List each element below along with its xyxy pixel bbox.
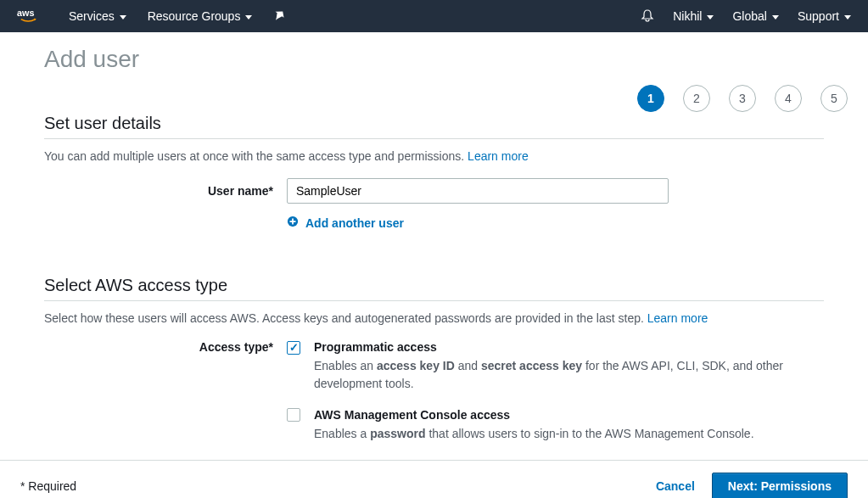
- section-access-title: Select AWS access type: [44, 276, 824, 295]
- option-body: AWS Management Console access Enables a …: [314, 408, 806, 443]
- section-details-title: Set user details: [44, 114, 824, 133]
- footer: * Required Cancel Next: Permissions: [0, 460, 868, 498]
- next-permissions-button[interactable]: Next: Permissions: [712, 473, 848, 498]
- step-4[interactable]: 4: [775, 85, 802, 112]
- cancel-button[interactable]: Cancel: [656, 479, 695, 493]
- top-navigation: aws Services Resource Groups Nikhil Glob…: [0, 0, 868, 32]
- support-menu[interactable]: Support: [798, 9, 851, 23]
- option-desc: Enables a password that allows users to …: [314, 425, 806, 443]
- console-access-checkbox[interactable]: [287, 408, 300, 422]
- step-5[interactable]: 5: [820, 85, 848, 112]
- chevron-down-icon: [707, 9, 714, 23]
- services-label: Services: [69, 9, 115, 23]
- account-label: Nikhil: [673, 9, 702, 23]
- required-note: * Required: [20, 479, 76, 493]
- option-title: AWS Management Console access: [314, 408, 806, 422]
- chevron-down-icon: [120, 9, 126, 23]
- pin-icon[interactable]: [273, 9, 285, 24]
- access-type-option-programmatic: Access type* ✓ Programmatic access Enabl…: [44, 340, 824, 393]
- chevron-down-icon: [245, 9, 252, 23]
- chevron-down-icon: [844, 9, 851, 23]
- right-navigation: Nikhil Global Support: [641, 8, 851, 25]
- region-label: Global: [732, 9, 766, 23]
- add-another-user-button[interactable]: Add another user: [287, 215, 824, 230]
- username-row: User name*: [44, 178, 824, 204]
- services-menu[interactable]: Services: [69, 9, 126, 23]
- svg-text:aws: aws: [17, 8, 34, 18]
- option-desc: Enables an access key ID and secret acce…: [314, 357, 806, 393]
- resource-groups-menu[interactable]: Resource Groups: [148, 9, 253, 23]
- section-details-desc: You can add multiple users at once with …: [44, 149, 824, 163]
- divider: [44, 138, 824, 139]
- notifications-icon[interactable]: [641, 8, 654, 25]
- learn-more-link[interactable]: Learn more: [647, 311, 708, 325]
- check-icon: ✓: [289, 342, 299, 353]
- programmatic-access-checkbox[interactable]: ✓: [287, 341, 300, 355]
- step-3[interactable]: 3: [729, 85, 756, 112]
- plus-circle-icon: [287, 215, 299, 230]
- resource-groups-label: Resource Groups: [148, 9, 241, 23]
- username-input[interactable]: [287, 178, 669, 204]
- support-label: Support: [798, 9, 839, 23]
- learn-more-link[interactable]: Learn more: [468, 149, 529, 163]
- wizard-steps: 1 2 3 4 5: [637, 85, 848, 112]
- chevron-down-icon: [772, 9, 779, 23]
- access-type-label: Access type*: [44, 340, 287, 354]
- desc-text: Select how these users will access AWS. …: [44, 311, 647, 325]
- page-title: Add user: [44, 46, 824, 73]
- option-title: Programmatic access: [314, 340, 806, 354]
- divider: [44, 300, 824, 301]
- region-menu[interactable]: Global: [732, 9, 778, 23]
- step-2[interactable]: 2: [683, 85, 710, 112]
- account-menu[interactable]: Nikhil: [673, 9, 714, 23]
- username-label: User name*: [44, 184, 287, 198]
- add-another-label: Add another user: [305, 216, 404, 230]
- desc-text: You can add multiple users at once with …: [44, 149, 468, 163]
- aws-logo[interactable]: aws: [17, 7, 48, 25]
- step-1[interactable]: 1: [637, 85, 664, 112]
- access-type-option-console: AWS Management Console access Enables a …: [44, 408, 824, 443]
- option-body: Programmatic access Enables an access ke…: [314, 340, 806, 393]
- section-access-desc: Select how these users will access AWS. …: [44, 311, 824, 325]
